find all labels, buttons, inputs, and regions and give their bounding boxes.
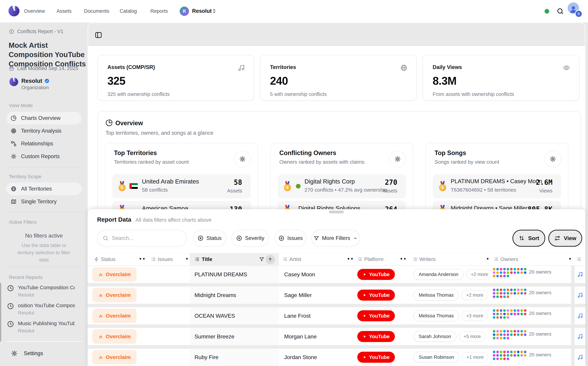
filter-chip-status[interactable]: Status	[193, 230, 226, 247]
stat-subtitle: From assets with ownership conflicts	[433, 92, 514, 97]
column-resize-dots[interactable]: ••	[400, 255, 407, 262]
chevron-up-down-icon[interactable]	[211, 8, 217, 14]
search-field[interactable]	[112, 235, 178, 242]
filter-chip-issues[interactable]: Issues	[275, 230, 306, 247]
column-artist[interactable]: Artist	[289, 256, 301, 262]
more-writers-pill[interactable]: +2 more	[466, 269, 492, 279]
platform-badge-youtube[interactable]: YouTube	[357, 331, 395, 342]
sort-button[interactable]: Sort	[513, 230, 545, 247]
nav-item-catalog[interactable]: Catalog	[120, 8, 137, 14]
target-icon	[11, 128, 16, 134]
filter-chip-severity[interactable]: Severity	[231, 230, 269, 247]
more-writers-pill[interactable]: +2 more	[462, 290, 488, 300]
platform-badge-youtube[interactable]: YouTube	[357, 290, 395, 301]
status-badge-overclaim[interactable]: Overclaim	[92, 267, 136, 282]
table-row[interactable]: Overclaim Midnight Dreams Sage Miller Yo…	[88, 287, 585, 304]
list-item-song[interactable]: 1 PLATINUM DREAMS • Casey Moon T63676046…	[433, 174, 561, 198]
column-resize-dots[interactable]: •	[569, 255, 573, 262]
card-settings-button[interactable]	[544, 151, 561, 167]
card-settings-button[interactable]	[234, 151, 251, 167]
column-resize-dots[interactable]: •	[487, 255, 490, 262]
platform-badge-youtube[interactable]: YouTube	[357, 269, 395, 280]
column-writers[interactable]: Writers	[419, 256, 436, 262]
list-item-territory[interactable]: 1 United Arab Emirates 58 conflicts 58 A…	[112, 174, 251, 198]
search-input[interactable]	[97, 230, 187, 247]
column-issues[interactable]: Issues	[158, 256, 173, 262]
column-resize-dots[interactable]: ••	[347, 255, 354, 262]
writer-pill[interactable]: Melissa Thomas	[414, 290, 459, 301]
cell-artist: Casey Moon	[284, 271, 315, 278]
settings-button[interactable]: Settings	[11, 350, 43, 357]
play-icon	[362, 314, 367, 318]
search-icon[interactable]	[557, 8, 564, 15]
divider	[6, 212, 82, 212]
status-badge-overclaim[interactable]: Overclaim	[92, 288, 136, 302]
more-filters-button[interactable]: More Filters	[311, 230, 360, 247]
card-settings-button[interactable]	[389, 151, 406, 167]
nav-item-documents[interactable]: Documents	[84, 8, 109, 14]
gear-icon	[11, 350, 18, 357]
writer-pill[interactable]: Amanda Anderson	[414, 269, 463, 280]
gold-medal-icon: 1	[439, 181, 446, 191]
table-row[interactable]: Overclaim OCEAN WAVES Lane Frost YouTube…	[88, 307, 585, 324]
platform-badge-youtube[interactable]: YouTube	[357, 310, 395, 321]
status-badge-overclaim[interactable]: Overclaim	[92, 329, 136, 344]
writer-pill[interactable]: Sarah Johnson	[414, 331, 456, 342]
org-switcher[interactable]: Resolut	[192, 8, 212, 14]
view-button[interactable]: View	[548, 230, 582, 247]
sheet-drag-handle[interactable]	[329, 211, 344, 213]
column-resize-dots[interactable]: •	[186, 255, 189, 262]
sidebar-item-charts-overview[interactable]: Charts Overview	[6, 112, 82, 124]
more-writers-pill[interactable]: +1 more	[462, 352, 488, 362]
funnel-icon[interactable]	[259, 257, 264, 262]
chevrons-up-icon	[98, 355, 103, 360]
sidebar-scrollbar[interactable]	[0, 283, 1, 342]
nav-item-reports[interactable]: Reports	[150, 8, 168, 14]
column-status[interactable]: Status	[101, 256, 115, 262]
table-row[interactable]: Overclaim PLATINUM DREAMS Casey Moon You…	[88, 266, 585, 283]
sidebar-item-territory-analysis[interactable]: Territory Analysis	[6, 124, 82, 137]
asset-link-button[interactable]	[574, 266, 585, 283]
table-row[interactable]: Overclaim Summer Breeze Morgan Lane YouT…	[88, 328, 585, 345]
stat-subtitle: 5 with ownership conflicts	[270, 92, 327, 97]
sidebar-item-single-territory[interactable]: Single Territory	[6, 195, 82, 208]
nav-item-overview[interactable]: Overview	[24, 8, 45, 14]
status-badge-overclaim[interactable]: Overclaim	[92, 309, 136, 323]
clock-icon	[7, 285, 14, 292]
sidebar-item-relationships[interactable]: Relationships	[6, 137, 82, 150]
asset-link-button[interactable]	[574, 349, 585, 366]
arrow-up-icon	[268, 257, 273, 262]
pie-chart-icon	[106, 119, 113, 126]
asset-link-button[interactable]	[574, 328, 585, 345]
org-avatar[interactable]: R	[180, 7, 189, 16]
sidebar-toggle-button[interactable]	[95, 31, 102, 39]
sort-ascending-button[interactable]	[265, 255, 275, 264]
more-writers-pill[interactable]: +3 more	[462, 311, 488, 321]
writer-pill[interactable]: Melissa Thomas	[414, 310, 459, 321]
more-writers-pill[interactable]: +5 more	[459, 331, 485, 342]
writer-pill[interactable]: Susan Robinson	[414, 352, 459, 363]
column-title[interactable]: Title	[202, 256, 212, 262]
sidebar-item-custom-reports[interactable]: Custom Reports	[6, 150, 82, 163]
list-item-owner[interactable]: 1 Digital Rights Corp 270 conflicts • 47…	[278, 174, 406, 198]
sidebar-item-all-territories[interactable]: All Territories	[6, 183, 82, 195]
column-platform[interactable]: Platform	[364, 256, 384, 262]
gear-icon	[239, 156, 246, 162]
platform-badge-youtube[interactable]: YouTube	[357, 352, 395, 363]
section-label-recent-reports: Recent Reports	[9, 274, 43, 280]
status-badge-overclaim[interactable]: Overclaim	[92, 350, 136, 365]
recent-report-item[interactable]: osition YouTube Composition Resolut	[7, 303, 81, 316]
chevrons-up-icon	[98, 313, 103, 318]
cell-title: Summer Breeze	[195, 333, 234, 340]
asset-link-button[interactable]	[574, 287, 585, 304]
nav-item-assets[interactable]: Assets	[57, 8, 72, 14]
owner-dots	[493, 351, 527, 361]
column-resize-dots[interactable]: ••	[139, 255, 146, 262]
column-owners[interactable]: Owners	[500, 256, 518, 262]
recent-report-item[interactable]: YouTube Composition Confli Resolut	[7, 285, 81, 298]
recent-report-item[interactable]: Music Publishing YouTube Co Resolut	[7, 320, 81, 334]
brand-logo-icon[interactable]	[8, 5, 20, 17]
asset-link-button[interactable]	[574, 307, 585, 324]
table-row[interactable]: Overclaim Ruby Fire Jordan Stone YouTube…	[88, 349, 585, 366]
overview-title: Overview	[115, 120, 143, 127]
